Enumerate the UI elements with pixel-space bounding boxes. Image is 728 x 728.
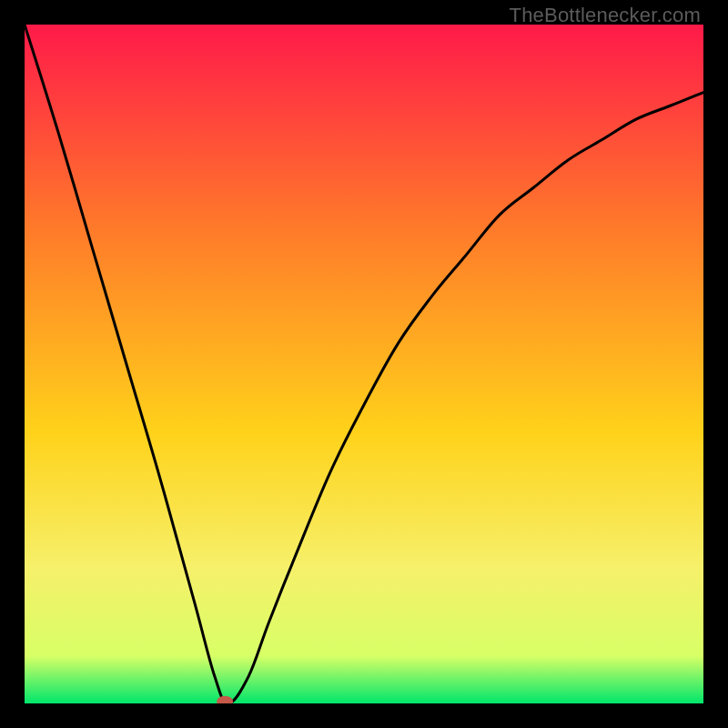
chart-frame: TheBottlenecker.com — [0, 0, 728, 728]
chart-svg — [25, 25, 703, 703]
plot-area — [25, 25, 703, 703]
